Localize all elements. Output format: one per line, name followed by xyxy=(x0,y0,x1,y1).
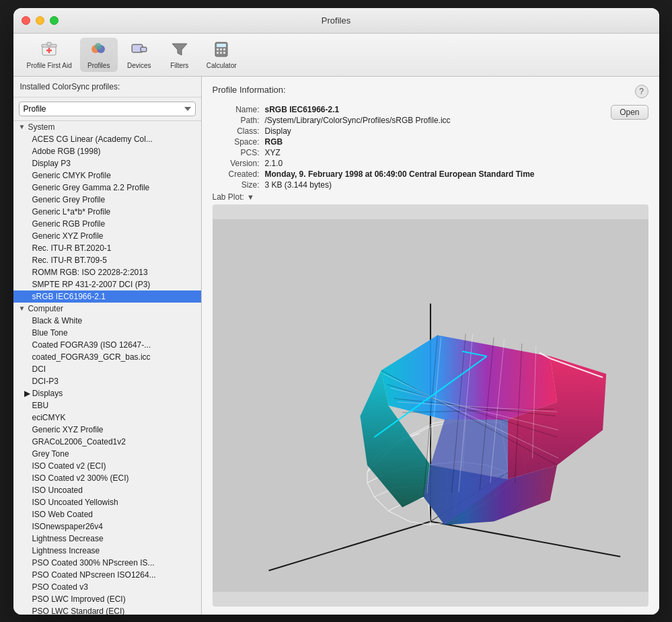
svg-rect-17 xyxy=(223,48,225,50)
list-item[interactable]: DCI-P3 xyxy=(13,375,201,387)
list-item[interactable]: PSO LWC Standard (ECI) xyxy=(13,605,201,615)
size-value: 3 KB (3.144 bytes) xyxy=(265,180,606,190)
svg-marker-12 xyxy=(172,44,187,55)
maximize-button[interactable] xyxy=(50,16,59,25)
list-item[interactable]: ISOnewspaper26v4 xyxy=(13,520,201,533)
list-item[interactable]: Lightness Decrease xyxy=(13,533,201,545)
svg-rect-11 xyxy=(141,48,146,51)
help-button[interactable]: ? xyxy=(635,85,648,98)
toolbar-calculator[interactable]: Calculator xyxy=(201,38,242,72)
list-item[interactable]: ISO Coated v2 300% (ECI) xyxy=(13,472,201,484)
open-button-wrapper: Open xyxy=(611,105,648,190)
profile-dropdown[interactable]: Profile All CMM ColorSync xyxy=(19,102,196,116)
system-group-header[interactable]: ▼ System xyxy=(13,121,201,133)
main-window: Profiles Profile First Aid xyxy=(13,8,659,615)
list-item[interactable]: SMPTE RP 431-2-2007 DCI (P3) xyxy=(13,278,201,290)
info-values: sRGB IEC61966-2.1 /System/Library/ColorS… xyxy=(265,105,606,190)
list-item[interactable]: Lightness Increase xyxy=(13,545,201,557)
list-item[interactable]: Rec. ITU-R BT.2020-1 xyxy=(13,242,201,254)
list-item[interactable]: ROMM RGB: ISO 22028-2:2013 xyxy=(13,266,201,278)
content-area: Installed ColorSync profiles: Profile Al… xyxy=(13,77,659,615)
filters-label: Filters xyxy=(170,62,188,69)
profiles-label: Profiles xyxy=(87,62,110,69)
list-item[interactable]: eciCMYK xyxy=(13,412,201,424)
traffic-lights xyxy=(22,16,59,25)
list-item[interactable]: ACES CG Linear (Academy Col... xyxy=(13,133,201,145)
list-item[interactable]: PSO Coated NPscreen ISO1264... xyxy=(13,569,201,581)
list-item[interactable]: Generic XYZ Profile xyxy=(13,230,201,242)
toolbar-filters[interactable]: Filters xyxy=(161,38,198,72)
list-item[interactable]: Adobe RGB (1998) xyxy=(13,145,201,157)
list-item[interactable]: Blue Tone xyxy=(13,327,201,339)
computer-group-label: Computer xyxy=(28,304,63,313)
pcs-label: PCS: xyxy=(213,148,260,157)
list-item[interactable]: Generic XYZ Profile xyxy=(13,424,201,436)
list-item[interactable]: PSO LWC Improved (ECI) xyxy=(13,593,201,605)
system-arrow-icon: ▼ xyxy=(19,123,26,130)
list-item[interactable]: PSO Coated 300% NPscreen IS... xyxy=(13,557,201,569)
srgb-profile-item[interactable]: sRGB IEC61966-2.1 xyxy=(13,290,201,303)
version-label: Version: xyxy=(213,159,260,168)
toolbar-profile-first-aid[interactable]: Profile First Aid xyxy=(22,38,77,72)
calculator-label: Calculator xyxy=(207,62,237,69)
info-labels: Name: Path: Class: Space: PCS: Version: … xyxy=(213,105,260,190)
computer-group-header[interactable]: ▼ Computer xyxy=(13,303,201,315)
svg-rect-14 xyxy=(217,44,226,47)
list-item[interactable]: Generic Grey Profile xyxy=(13,194,201,206)
lab-plot-label: Lab Plot: xyxy=(213,192,244,202)
list-item[interactable]: Grey Tone xyxy=(13,448,201,460)
list-item[interactable]: PSO Coated v3 xyxy=(13,581,201,593)
space-label: Space: xyxy=(213,137,260,147)
profile-first-aid-icon xyxy=(40,40,58,61)
list-item[interactable]: Display P3 xyxy=(13,157,201,169)
svg-rect-2 xyxy=(47,42,51,46)
space-value: RGB xyxy=(265,137,606,147)
list-item[interactable]: coated_FOGRA39_GCR_bas.icc xyxy=(13,351,201,363)
system-group-label: System xyxy=(28,122,54,132)
list-item[interactable]: ISO Uncoated Yellowish xyxy=(13,496,201,508)
list-item[interactable]: ISO Coated v2 (ECI) xyxy=(13,460,201,472)
list-item[interactable]: EBU xyxy=(13,399,201,412)
pcs-value: XYZ xyxy=(265,148,606,157)
svg-rect-15 xyxy=(217,48,219,50)
path-value: /System/Library/ColorSync/Profiles/sRGB … xyxy=(265,116,606,125)
list-item[interactable]: ISO Uncoated xyxy=(13,484,201,496)
list-item[interactable]: Coated FOGRA39 (ISO 12647-... xyxy=(13,339,201,351)
title-bar: Profiles xyxy=(13,8,659,34)
list-item[interactable]: Rec. ITU-R BT.709-5 xyxy=(13,254,201,266)
profile-first-aid-label: Profile First Aid xyxy=(27,62,72,69)
close-button[interactable] xyxy=(22,16,30,25)
svg-rect-16 xyxy=(220,48,222,50)
name-label: Name: xyxy=(213,105,260,114)
gamut-svg xyxy=(213,204,648,607)
minimize-button[interactable] xyxy=(36,16,44,25)
open-button[interactable]: Open xyxy=(611,105,648,120)
list-item[interactable]: Generic L*a*b* Profile xyxy=(13,206,201,218)
main-panel: Profile Information: ? Name: Path: Class… xyxy=(202,77,659,615)
gamut-plot-area xyxy=(213,204,648,607)
list-item[interactable]: GRACoL2006_Coated1v2 xyxy=(13,436,201,448)
toolbar-profiles[interactable]: Profiles xyxy=(80,38,118,72)
list-item[interactable]: DCI xyxy=(13,363,201,375)
list-item[interactable]: Generic Grey Gamma 2.2 Profile xyxy=(13,182,201,194)
sidebar-header: Installed ColorSync profiles: xyxy=(13,77,201,98)
filters-icon xyxy=(171,40,188,61)
svg-rect-19 xyxy=(220,52,222,54)
list-item[interactable]: Generic RGB Profile xyxy=(13,218,201,230)
tree-view: ▼ System ACES CG Linear (Academy Col... … xyxy=(13,121,201,615)
svg-point-7 xyxy=(95,43,102,50)
toolbar-devices[interactable]: Devices xyxy=(120,38,158,72)
list-item[interactable]: ISO Web Coated xyxy=(13,508,201,520)
created-label: Created: xyxy=(213,169,260,179)
profile-select-wrapper: Profile All CMM ColorSync xyxy=(13,98,201,121)
lab-plot-arrow[interactable]: ▼ xyxy=(247,193,254,201)
list-item[interactable]: Generic CMYK Profile xyxy=(13,169,201,182)
info-section: Name: Path: Class: Space: PCS: Version: … xyxy=(213,105,648,190)
list-item[interactable]: ▶ Displays xyxy=(13,387,201,399)
lab-plot-row: Lab Plot: ▼ xyxy=(213,192,648,202)
calculator-icon xyxy=(213,40,230,61)
window-title: Profiles xyxy=(322,15,350,26)
path-label: Path: xyxy=(213,116,260,125)
devices-icon xyxy=(130,40,148,61)
list-item[interactable]: Black & White xyxy=(13,315,201,327)
